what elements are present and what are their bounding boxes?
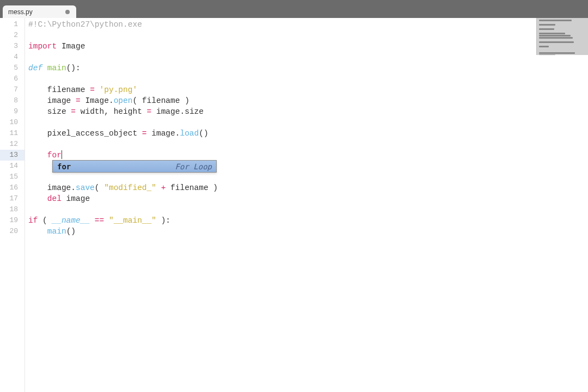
line-number: 2 — [0, 30, 24, 41]
line-number: 12 — [0, 139, 24, 150]
code-line[interactable]: image = Image.open( filename ) — [28, 95, 588, 106]
minimap-line — [539, 52, 575, 54]
line-number: 15 — [0, 171, 24, 182]
line-number: 5 — [0, 63, 24, 74]
code-line[interactable]: for — [28, 150, 588, 161]
line-number: 9 — [0, 106, 24, 117]
code-area[interactable]: forFor Loop #!C:\Python27\python.exeimpo… — [25, 18, 588, 392]
code-line[interactable] — [28, 171, 588, 182]
code-line[interactable]: def main(): — [28, 63, 588, 74]
code-line[interactable]: image.save( "modified_" + filename ) — [28, 182, 588, 193]
editor: 1234567891011121314151617181920 forFor L… — [0, 18, 588, 392]
line-number: 1 — [0, 19, 24, 30]
file-tab[interactable]: mess.py — [3, 5, 76, 18]
line-number: 7 — [0, 84, 24, 95]
minimap[interactable] — [536, 18, 588, 55]
minimap-line — [539, 46, 549, 47]
code-line[interactable]: filename = 'py.png' — [28, 84, 588, 95]
line-number: 10 — [0, 117, 24, 128]
code-line[interactable] — [28, 117, 588, 128]
code-line[interactable]: size = width, height = image.size — [28, 106, 588, 117]
minimap-line — [539, 54, 555, 55]
line-number: 11 — [0, 128, 24, 139]
text-cursor — [62, 150, 62, 159]
code-line[interactable] — [28, 74, 588, 84]
line-number: 20 — [0, 226, 24, 237]
code-line[interactable] — [28, 204, 588, 215]
minimap-line — [539, 28, 554, 30]
line-number-gutter: 1234567891011121314151617181920 — [0, 18, 25, 392]
tab-filename: mess.py — [8, 8, 33, 16]
line-number: 17 — [0, 193, 24, 204]
line-number: 3 — [0, 41, 24, 52]
code-line[interactable]: pixel_access_object = image.load() — [28, 128, 588, 139]
code-line[interactable] — [28, 139, 588, 150]
dirty-indicator-icon — [65, 10, 70, 14]
line-number: 18 — [0, 204, 24, 215]
code-line[interactable]: del image — [28, 193, 588, 204]
code-line[interactable]: import Image — [28, 41, 588, 52]
code-line[interactable] — [28, 161, 588, 171]
minimap-line — [539, 35, 571, 36]
code-line[interactable]: main() — [28, 226, 588, 237]
line-number: 16 — [0, 182, 24, 193]
code-line[interactable] — [28, 30, 588, 41]
minimap-line — [539, 20, 572, 21]
line-number: 4 — [0, 52, 24, 63]
line-number: 8 — [0, 95, 24, 106]
minimap-line — [539, 37, 573, 39]
minimap-line — [539, 33, 565, 34]
code-line[interactable] — [28, 52, 588, 63]
code-line[interactable]: #!C:\Python27\python.exe — [28, 19, 588, 30]
line-number: 13 — [0, 150, 24, 161]
code-line[interactable]: if ( __name__ == "__main__" ): — [28, 215, 588, 226]
line-number: 14 — [0, 161, 24, 171]
line-number: 6 — [0, 74, 24, 84]
minimap-line — [539, 41, 574, 43]
minimap-line — [539, 24, 555, 26]
line-number: 19 — [0, 215, 24, 226]
tab-bar: mess.py — [0, 3, 588, 18]
